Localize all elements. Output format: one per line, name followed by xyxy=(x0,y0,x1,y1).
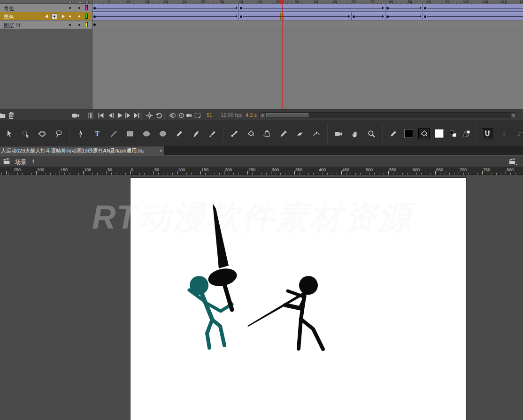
eyedropper-tool[interactable] xyxy=(278,128,289,139)
keyframe-dot[interactable] xyxy=(240,15,242,18)
hand-tool[interactable] xyxy=(349,128,361,139)
outline-column-icon[interactable] xyxy=(85,1,89,3)
tween-span[interactable] xyxy=(92,12,239,20)
layer-name[interactable]: 图层 11 xyxy=(4,22,21,29)
frame-ruler[interactable]: 5101520253035404550556065707580859095100… xyxy=(92,0,523,4)
keyframe-dot[interactable] xyxy=(240,7,242,9)
layer-row-3[interactable]: 图层 11 xyxy=(0,21,92,29)
layer-visibility-dot[interactable] xyxy=(69,7,71,9)
lock-column-icon[interactable] xyxy=(78,1,81,3)
paint-bucket-tool[interactable] xyxy=(245,128,256,139)
layer-name[interactable]: 黑色 xyxy=(4,14,14,21)
tween-span[interactable] xyxy=(352,12,385,20)
scroll-right-arrow[interactable] xyxy=(511,113,516,118)
scroll-left-arrow[interactable] xyxy=(260,113,265,118)
paint-brush-tool[interactable] xyxy=(207,128,218,139)
center-frame-button[interactable] xyxy=(145,111,154,120)
step-back-button[interactable] xyxy=(106,111,115,120)
edit-multiple-frames-button[interactable] xyxy=(185,111,194,120)
edit-scene-button[interactable] xyxy=(508,157,519,166)
layer-row-2[interactable]: 黑色 xyxy=(0,12,92,21)
keyframe-dot[interactable] xyxy=(424,15,426,18)
rectangle-tool[interactable] xyxy=(124,128,136,139)
previous-keyframe-button[interactable] xyxy=(45,15,48,18)
stage-area[interactable]: RT动漫软件素材资源 xyxy=(0,175,523,420)
onion-skin-outlines-button[interactable] xyxy=(176,111,185,120)
add-camera-button[interactable] xyxy=(71,111,80,120)
stage-drawing[interactable] xyxy=(0,175,523,420)
playhead-marker[interactable] xyxy=(280,0,284,4)
stroke-color-swatch[interactable] xyxy=(404,129,413,138)
new-folder-icon[interactable] xyxy=(0,111,7,120)
default-colors-icon[interactable] xyxy=(449,128,457,139)
polystar-tool[interactable] xyxy=(157,128,169,139)
tween-span[interactable] xyxy=(423,4,523,12)
frame-rate-field[interactable]: 12.00 fps xyxy=(221,112,242,118)
keyframe-dot[interactable] xyxy=(93,7,96,9)
smooth-button[interactable]: S xyxy=(498,128,509,139)
keyframe-dot[interactable] xyxy=(424,7,426,9)
fill-color-swatch[interactable] xyxy=(435,129,444,138)
layer-lock-dot[interactable] xyxy=(78,7,80,9)
frame-track-2[interactable] xyxy=(92,12,523,21)
tab-close-icon[interactable]: × xyxy=(160,146,162,155)
insert-keyframe-button[interactable] xyxy=(52,14,57,19)
layer-visibility-dot[interactable] xyxy=(69,15,71,17)
keyframe-dot[interactable] xyxy=(93,15,96,18)
step-forward-button[interactable] xyxy=(123,111,133,120)
brush-tool[interactable] xyxy=(190,128,201,139)
layer-lock-dot[interactable] xyxy=(78,24,80,26)
current-frame-field[interactable]: 51 xyxy=(207,112,212,118)
go-to-first-frame-button[interactable] xyxy=(96,111,106,120)
lasso-tool[interactable] xyxy=(53,128,64,139)
playhead-line[interactable] xyxy=(282,0,283,109)
layer-lock-dot[interactable] xyxy=(78,15,80,17)
pencil-tool[interactable] xyxy=(174,128,185,139)
go-to-last-frame-button[interactable] xyxy=(132,111,141,120)
free-transform-tool[interactable] xyxy=(20,128,31,139)
layer-outline-color-swatch[interactable] xyxy=(85,14,88,19)
bone-tool[interactable] xyxy=(229,128,240,139)
fill-color-icon[interactable] xyxy=(418,128,430,139)
ink-bottle-tool[interactable] xyxy=(262,128,273,139)
pen-tool[interactable] xyxy=(75,128,86,139)
frame-track-1[interactable] xyxy=(92,4,523,12)
stage-ruler[interactable]: 2502001501005005010015020025030035040045… xyxy=(0,167,523,175)
show-hide-column-icon[interactable] xyxy=(69,1,72,3)
next-keyframe-button[interactable] xyxy=(62,15,65,18)
line-tool[interactable] xyxy=(108,128,119,139)
frame-track-3[interactable] xyxy=(92,21,523,29)
layer-outline-color-swatch[interactable] xyxy=(85,22,88,27)
stroke-color-icon[interactable] xyxy=(388,128,399,139)
text-tool[interactable]: T xyxy=(92,128,103,139)
onion-skin-button[interactable] xyxy=(168,111,177,120)
keyframe-dot[interactable] xyxy=(386,7,389,9)
swap-colors-icon[interactable] xyxy=(462,128,471,139)
selection-tool[interactable] xyxy=(4,128,15,139)
snap-to-objects-toggle[interactable] xyxy=(482,128,493,139)
document-tab[interactable]: 人运动023火柴人打斗逐帧补间动画13秒原件AN及flash通用.fla × xyxy=(0,146,164,155)
tween-span[interactable] xyxy=(92,4,239,12)
tween-span[interactable] xyxy=(239,12,352,20)
oval-tool[interactable] xyxy=(141,128,152,139)
play-button[interactable] xyxy=(115,111,124,120)
layer-outline-color-swatch[interactable] xyxy=(85,5,88,10)
elapsed-time-field[interactable]: 4.2 s xyxy=(246,112,257,118)
delete-layer-button[interactable] xyxy=(7,111,16,120)
width-tool[interactable] xyxy=(311,128,322,139)
tween-span[interactable] xyxy=(239,4,385,12)
eraser-tool[interactable] xyxy=(294,128,306,139)
keyframe-dot[interactable] xyxy=(93,23,96,26)
straighten-button[interactable] xyxy=(515,128,523,139)
3d-rotation-tool[interactable] xyxy=(37,128,48,139)
layer-row-1[interactable]: 青色 xyxy=(0,4,92,12)
timeline-scrollbar-thumb[interactable] xyxy=(266,113,308,117)
layer-name[interactable]: 青色 xyxy=(4,5,14,12)
keyframe-dot[interactable] xyxy=(386,15,389,18)
timeline-scrollbar[interactable] xyxy=(259,112,516,118)
camera-tool[interactable] xyxy=(333,128,344,139)
modify-markers-button[interactable] xyxy=(193,111,202,120)
tween-span[interactable] xyxy=(385,4,423,12)
tween-span[interactable] xyxy=(385,12,423,20)
loop-button[interactable] xyxy=(154,111,164,120)
